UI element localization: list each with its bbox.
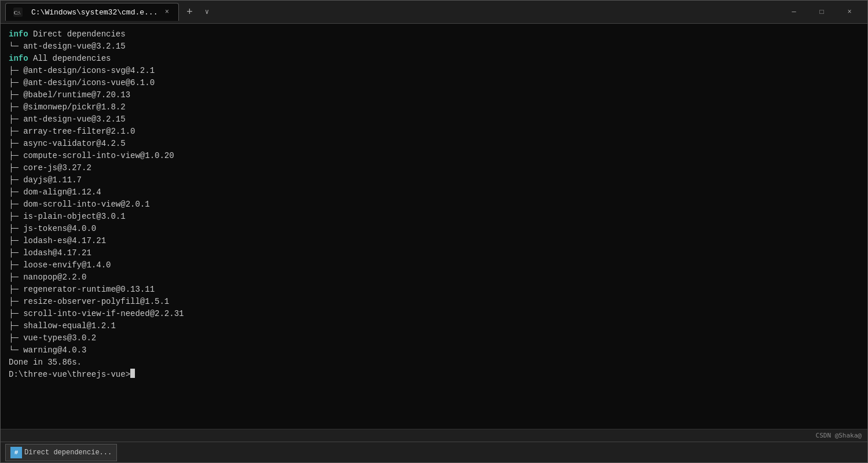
tree-line-text: ├─ compute-scroll-into-view@1.0.20 <box>9 150 174 162</box>
info-keyword: info <box>9 53 28 65</box>
terminal-line: ├─ core-js@3.27.2 <box>9 162 859 174</box>
terminal-line: ├─ @ant-design/icons-svg@4.2.1 <box>9 65 859 77</box>
cursor <box>130 369 135 378</box>
tab-dropdown-button[interactable]: ∨ <box>199 4 215 20</box>
taskbar-item-label: Direct dependencie... <box>24 449 112 457</box>
window-controls: — □ × <box>781 3 863 21</box>
tree-line-text: ├─ scroll-into-view-if-needed@2.2.31 <box>9 308 184 320</box>
terminal-line: ├─ dom-align@1.12.4 <box>9 186 859 199</box>
tree-line-text: ├─ nanopop@2.2.0 <box>9 271 86 284</box>
terminal-line: ├─ js-tokens@4.0.0 <box>9 223 859 235</box>
terminal-line: ├─ vue-types@3.0.2 <box>9 332 859 344</box>
terminal-line: ├─ array-tree-filter@2.1.0 <box>9 126 859 138</box>
terminal-line: ├─ async-validator@4.2.5 <box>9 138 859 150</box>
tree-line-text: ├─ @ant-design/icons-vue@6.1.0 <box>9 77 155 89</box>
terminal-line: info All dependencies <box>9 53 859 65</box>
terminal-line: ├─ is-plain-object@3.0.1 <box>9 211 859 223</box>
taskbar-item[interactable]: # Direct dependencie... <box>5 444 117 461</box>
terminal-line: ├─ @simonwep/pickr@1.8.2 <box>9 101 859 113</box>
terminal-line: ├─ compute-scroll-into-view@1.0.20 <box>9 150 859 162</box>
terminal-line: └─ warning@4.0.3 <box>9 344 859 357</box>
terminal-line: ├─ regenerator-runtime@0.13.11 <box>9 284 859 296</box>
tab-title: C:\Windows\system32\cmd.e... <box>31 8 158 17</box>
info-keyword: info <box>9 28 28 41</box>
tree-line-text: ├─ vue-types@3.0.2 <box>9 332 96 344</box>
tree-line-text: ├─ core-js@3.27.2 <box>9 162 91 174</box>
tree-line-text: ├─ lodash-es@4.17.21 <box>9 235 106 247</box>
tree-line-text: ├─ shallow-equal@1.2.1 <box>9 320 116 332</box>
minimize-button[interactable]: — <box>781 3 807 21</box>
terminal-line: ├─ @ant-design/icons-vue@6.1.0 <box>9 77 859 89</box>
tree-line-text: ├─ async-validator@4.2.5 <box>9 138 126 150</box>
tree-line-text: ├─ dom-scroll-into-view@2.0.1 <box>9 199 150 211</box>
line-text: All dependencies <box>28 53 111 65</box>
cmd-icon: C:\ <box>13 7 23 17</box>
new-tab-button[interactable]: + <box>181 4 197 20</box>
tree-line-text: ├─ loose-envify@1.4.0 <box>9 259 111 271</box>
terminal-line: ├─ ant-design-vue@3.2.15 <box>9 113 859 126</box>
hash-icon: # <box>10 447 22 458</box>
tree-line-text: ├─ js-tokens@4.0.0 <box>9 223 96 235</box>
tree-line-text: ├─ @simonwep/pickr@1.8.2 <box>9 101 126 113</box>
terminal-line: ├─ nanopop@2.2.0 <box>9 271 859 284</box>
tree-line-text: ├─ @ant-design/icons-svg@4.2.1 <box>9 65 155 77</box>
statusbar: CSDN @Shaka@ <box>1 429 867 442</box>
tree-line-text: ├─ is-plain-object@3.0.1 <box>9 211 126 223</box>
maximize-button[interactable]: □ <box>808 3 835 21</box>
tree-line-text: ├─ array-tree-filter@2.1.0 <box>9 126 135 138</box>
tab-close-button[interactable]: × <box>162 8 171 17</box>
terminal-line: └─ ant-design-vue@3.2.15 <box>9 41 859 53</box>
tab-area: C:\ C:\Windows\system32\cmd.e... × + ∨ <box>5 3 781 21</box>
titlebar: C:\ C:\Windows\system32\cmd.e... × + ∨ —… <box>1 1 867 24</box>
terminal-body[interactable]: info Direct dependencies└─ ant-design-vu… <box>1 24 867 429</box>
terminal-line: ├─ @babel/runtime@7.20.13 <box>9 89 859 101</box>
normal-text: Done in 35.86s. <box>9 357 82 369</box>
tree-line-text: ├─ regenerator-runtime@0.13.11 <box>9 284 155 296</box>
taskbar: # Direct dependencie... <box>1 442 867 462</box>
terminal-line: ├─ loose-envify@1.4.0 <box>9 259 859 271</box>
terminal-line: ├─ dom-scroll-into-view@2.0.1 <box>9 199 859 211</box>
svg-text:C:\: C:\ <box>14 10 21 16</box>
terminal-line: Done in 35.86s. <box>9 357 859 369</box>
statusbar-text: CSDN @Shaka@ <box>816 432 862 439</box>
terminal-line: ├─ resize-observer-polyfill@1.5.1 <box>9 296 859 308</box>
tree-line-text: ├─ lodash@4.17.21 <box>9 247 91 259</box>
tree-line-text: ├─ resize-observer-polyfill@1.5.1 <box>9 296 169 308</box>
tree-line-text: ├─ ant-design-vue@3.2.15 <box>9 113 126 126</box>
terminal-line: ├─ scroll-into-view-if-needed@2.2.31 <box>9 308 859 320</box>
tree-line-text: └─ warning@4.0.3 <box>9 344 86 357</box>
terminal-window: C:\ C:\Windows\system32\cmd.e... × + ∨ —… <box>0 0 868 463</box>
tree-line-text: └─ ant-design-vue@3.2.15 <box>9 41 126 53</box>
active-tab[interactable]: C:\ C:\Windows\system32\cmd.e... × <box>5 3 179 21</box>
terminal-line: info Direct dependencies <box>9 28 859 41</box>
line-text: Direct dependencies <box>28 28 126 41</box>
prompt-text: D:\three-vue\threejs-vue> <box>9 369 130 381</box>
terminal-line: D:\three-vue\threejs-vue> <box>9 369 859 381</box>
tree-line-text: ├─ dom-align@1.12.4 <box>9 186 101 199</box>
close-button[interactable]: × <box>836 3 863 21</box>
tree-line-text: ├─ @babel/runtime@7.20.13 <box>9 89 130 101</box>
terminal-line: ├─ lodash@4.17.21 <box>9 247 859 259</box>
terminal-line: ├─ shallow-equal@1.2.1 <box>9 320 859 332</box>
terminal-line: ├─ dayjs@1.11.7 <box>9 174 859 186</box>
tree-line-text: ├─ dayjs@1.11.7 <box>9 174 82 186</box>
terminal-line: ├─ lodash-es@4.17.21 <box>9 235 859 247</box>
